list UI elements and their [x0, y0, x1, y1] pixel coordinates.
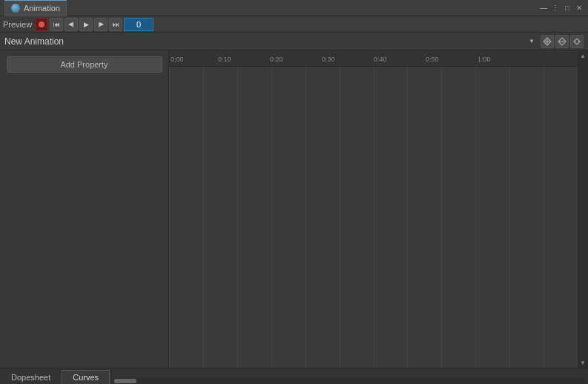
left-panel: Add Property	[0, 50, 169, 368]
animation-icon	[11, 4, 20, 13]
close-icon[interactable]: ✕	[575, 4, 584, 13]
grid-line	[374, 67, 408, 368]
step-forward-icon: |▶	[98, 21, 104, 27]
scroll-up-arrow[interactable]: ▲	[578, 50, 588, 61]
timeline-grid[interactable]	[169, 67, 578, 368]
main-area: Add Property 0:00 0:10 0:20 0:30 0:40 0:…	[0, 50, 588, 368]
maximize-icon[interactable]: □	[563, 4, 572, 13]
grid-line	[441, 67, 475, 368]
record-dot	[39, 21, 44, 27]
animation-toolbar: Preview ⏮ ◀| ▶ |▶ ⏭ 0	[0, 16, 588, 33]
animation-tools	[541, 35, 584, 48]
minimize-icon[interactable]: —	[539, 4, 548, 13]
tab-dopesheet[interactable]: Dopesheet	[0, 370, 62, 384]
grid-line	[544, 67, 578, 368]
step-back-icon: ◀|	[68, 21, 74, 27]
property-list	[0, 79, 168, 368]
ruler-inner: 0:00 0:10 0:20 0:30 0:40 0:50 1:00	[169, 50, 578, 66]
remove-keyframe-icon	[558, 37, 566, 46]
tab-curves[interactable]: Curves	[62, 370, 110, 384]
h-scroll-track[interactable]	[113, 378, 585, 384]
timeline-panel: 0:00 0:10 0:20 0:30 0:40 0:50 1:00	[169, 50, 578, 368]
tick-0: 0:00	[171, 56, 184, 63]
grid-line	[203, 67, 237, 368]
add-property-label: Add Property	[60, 60, 108, 69]
window-tab[interactable]: Animation	[4, 0, 67, 16]
window-controls: — ⋮ □ ✕	[539, 4, 584, 13]
curves-label: Curves	[73, 373, 99, 382]
dopesheet-label: Dopesheet	[11, 373, 50, 382]
tick-10: 0:10	[218, 56, 231, 63]
grid-line	[509, 67, 544, 368]
scroll-track[interactable]	[578, 61, 588, 357]
grid-line	[237, 67, 271, 368]
dropdown-arrow-icon: ▼	[529, 38, 535, 44]
grid-line	[169, 67, 203, 368]
grid-line	[305, 67, 340, 368]
tick-20: 0:20	[270, 56, 283, 63]
h-scroll-thumb[interactable]	[114, 379, 136, 383]
add-property-button[interactable]: Add Property	[7, 56, 162, 73]
animation-name: New Animation	[4, 36, 526, 47]
tick-40: 0:40	[374, 56, 387, 63]
frame-input[interactable]: 0	[124, 18, 153, 31]
skip-back-icon: ⏮	[53, 21, 60, 28]
remove-keyframe-button[interactable]	[555, 35, 569, 48]
menu-icon[interactable]: ⋮	[551, 4, 560, 13]
tick-100: 1:00	[478, 56, 491, 63]
skip-back-button[interactable]: ⏮	[50, 18, 63, 31]
record-button[interactable]	[35, 18, 48, 31]
bottom-tabs: Dopesheet Curves	[0, 368, 588, 384]
timeline-area: 0:00 0:10 0:20 0:30 0:40 0:50 1:00	[169, 50, 588, 368]
window-title: Animation	[24, 4, 60, 13]
play-button[interactable]: ▶	[79, 18, 93, 31]
title-bar: Animation — ⋮ □ ✕	[0, 0, 588, 16]
timeline-ruler: 0:00 0:10 0:20 0:30 0:40 0:50 1:00	[169, 50, 578, 67]
grid-line	[407, 67, 441, 368]
animation-dropdown[interactable]: ▼	[526, 36, 538, 47]
grid-line	[475, 67, 509, 368]
keyframe-snap-button[interactable]	[570, 35, 584, 48]
animation-name-row: New Animation ▼	[0, 33, 588, 50]
grid-line	[271, 67, 305, 368]
grid-line	[340, 67, 374, 368]
step-back-button[interactable]: ◀|	[65, 18, 78, 31]
preview-label: Preview	[3, 20, 32, 29]
skip-forward-icon: ⏭	[113, 21, 119, 28]
play-icon: ▶	[84, 21, 89, 28]
tick-50: 0:50	[426, 56, 439, 63]
add-keyframe-icon	[543, 37, 552, 46]
snap-icon	[572, 37, 581, 46]
tick-30: 0:30	[322, 56, 335, 63]
step-forward-button[interactable]: |▶	[94, 18, 108, 31]
skip-forward-button[interactable]: ⏭	[109, 18, 122, 31]
grid-lines	[169, 67, 578, 368]
vertical-scrollbar: ▲ ▼	[578, 50, 588, 368]
add-keyframe-button[interactable]	[541, 35, 554, 48]
horizontal-scrollbar[interactable]	[110, 378, 588, 384]
scroll-down-arrow[interactable]: ▼	[578, 357, 588, 368]
